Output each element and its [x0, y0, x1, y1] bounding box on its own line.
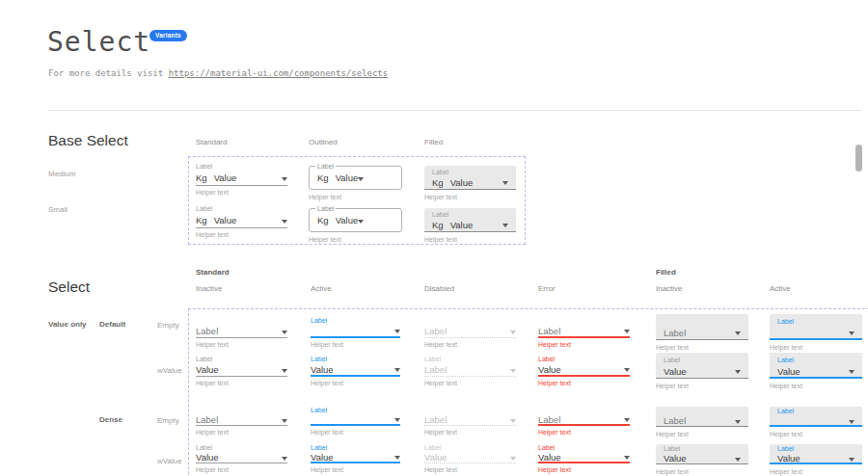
dropdown-arrow-icon [282, 220, 287, 224]
select-control[interactable]: Value [538, 363, 630, 377]
select-control[interactable]: Label [538, 325, 630, 338]
select-control[interactable]: Value [424, 452, 516, 463]
select-label: Label [424, 356, 441, 363]
select-label: Label [777, 357, 794, 364]
select-control[interactable]: LabelValue [770, 353, 862, 379]
select-control[interactable]: LabelValue [770, 444, 862, 464]
select-control[interactable]: Label [196, 414, 287, 426]
select-control[interactable]: Value [538, 452, 630, 463]
helper-text: Helper text [309, 236, 341, 244]
base-col-standard: Standard [196, 138, 227, 146]
select-control[interactable]: Label [656, 407, 748, 427]
select-value: Value [311, 452, 334, 463]
select-control: Value [664, 364, 741, 378]
select-filled-active-empty: LabelHelper text [770, 407, 862, 438]
base-select-outlined-medium: LabelKgValueHelper text [309, 160, 402, 204]
select-control[interactable]: Label [424, 414, 516, 426]
select-control[interactable]: Value [311, 363, 400, 377]
dropdown-arrow-icon [849, 420, 854, 424]
helper-text: Helper text [424, 380, 516, 387]
select-control[interactable]: LabelKgValue [309, 166, 402, 190]
variants-badge: Variants [149, 30, 187, 41]
base-col-filled: Filled [424, 138, 443, 146]
select-control[interactable]: Label [656, 314, 748, 340]
select-control[interactable]: Label [424, 363, 516, 377]
select-label: Label [424, 444, 441, 452]
header-divider [48, 110, 861, 111]
select-label: Label [315, 163, 336, 171]
dropdown-arrow-icon [849, 370, 854, 374]
select-control[interactable]: LabelValue [656, 444, 748, 464]
helper-text: Helper text [770, 431, 862, 438]
select-control[interactable]: Label [770, 314, 862, 340]
select-control: Label [664, 326, 741, 339]
select-filled-active-wvalue: LabelValueHelper text [770, 353, 862, 390]
select-control: KgValue [432, 219, 508, 230]
select-control[interactable]: Label [196, 325, 287, 338]
select-control[interactable] [311, 414, 400, 426]
helper-text: Helper text [311, 380, 400, 387]
select-control[interactable]: LabelKgValue [424, 166, 516, 190]
select-control[interactable]: Value [196, 452, 287, 463]
select-control[interactable] [311, 325, 400, 338]
dropdown-arrow-icon [282, 457, 287, 461]
select-standard-disabled-wvalue: LabelValueHelper text [424, 444, 516, 474]
select-value: Label [196, 326, 218, 336]
select-control[interactable]: LabelValue [656, 353, 748, 379]
select-value: Label [664, 328, 686, 338]
helper-text: Helper text [424, 429, 516, 436]
select-standard-inactive-empty: LabelHelper text [196, 407, 287, 436]
select-value: Label [196, 414, 218, 425]
dropdown-arrow-icon [282, 369, 287, 373]
dropdown-arrow-icon [502, 181, 508, 185]
dropdown-arrow-icon [282, 177, 287, 181]
select-control[interactable]: Label [424, 325, 516, 338]
select-value: KgValue [432, 177, 473, 188]
dropdown-arrow-icon [282, 419, 287, 423]
select-control[interactable]: Value [196, 363, 287, 377]
adornment: Kg [432, 220, 444, 230]
dropdown-arrow-icon [358, 177, 364, 181]
select-control[interactable]: KgValue [196, 171, 287, 186]
helper-text: Helper text [311, 429, 400, 436]
select-standard-inactive-wvalue: LabelValueHelper text [196, 444, 287, 474]
select-value: Value [424, 452, 448, 463]
base-select-filled-small: LabelKgValueHelper text [424, 202, 516, 247]
scrollbar-thumb[interactable] [855, 145, 862, 172]
dropdown-arrow-icon [624, 456, 630, 460]
select-filled-inactive-wvalue: LabelValueHelper text [656, 353, 748, 390]
subtitle-text: For more details visit [48, 68, 169, 78]
group-filled: Filled [656, 268, 676, 277]
material-ui-link[interactable]: https://material-ui.com/components/selec… [169, 68, 389, 78]
helper-text: Helper text [309, 194, 341, 201]
rowlabel-wvalue-1: wValue [157, 366, 182, 375]
rowgroup-default: Default [99, 320, 125, 329]
helper-text: Helper text [538, 466, 630, 474]
helper-text: Helper text [656, 468, 748, 476]
dropdown-arrow-icon [735, 458, 741, 462]
select-standard-active-wvalue: LabelValueHelper text [311, 353, 400, 387]
select-value: Label [538, 326, 560, 336]
base-select-filled-medium: LabelKgValueHelper text [424, 160, 516, 204]
select-filled-inactive-empty: LabelHelper text [656, 407, 748, 438]
dropdown-arrow-icon [282, 331, 287, 334]
select-control[interactable]: Label [538, 414, 630, 426]
select-control[interactable]: LabelKgValue [424, 208, 516, 232]
base-row-medium: Medium [48, 170, 75, 178]
select-filled-inactive-wvalue: LabelValueHelper text [656, 444, 748, 476]
select-control[interactable]: LabelKgValue [309, 208, 402, 232]
select-value: Value [311, 364, 334, 375]
select-value: KgValue [432, 220, 473, 230]
dropdown-arrow-icon [358, 220, 364, 224]
select-value: Value [196, 364, 219, 375]
helper-text: Helper text [424, 236, 457, 244]
select-control[interactable]: Label [770, 407, 862, 427]
base-select-heading: Base Select [48, 132, 128, 149]
select-control[interactable]: KgValue [196, 213, 287, 228]
adornment: Kg [317, 215, 329, 225]
select-label: Label [538, 356, 555, 363]
dropdown-arrow-icon [624, 418, 630, 422]
helper-text: Helper text [196, 189, 287, 197]
select-control[interactable]: Value [311, 452, 400, 463]
select-value: Value [664, 366, 687, 377]
